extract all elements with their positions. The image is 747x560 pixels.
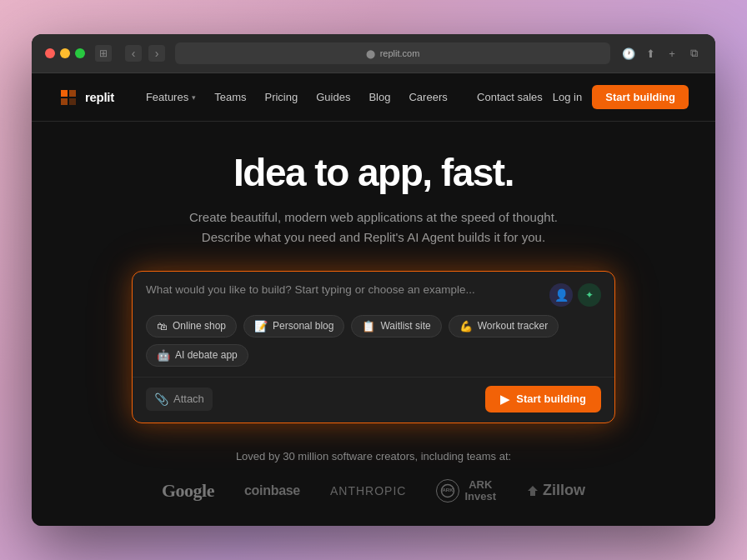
browser-right-controls: 🕐 ⬆ + ⧉ [620, 45, 702, 62]
sidebar-icon[interactable]: ⊞ [95, 45, 112, 62]
zillow-logo: Zillow [526, 482, 585, 499]
anthropic-logo: ANTHROPIC [330, 484, 406, 498]
ark-invest-label: ARKInvest [464, 479, 496, 503]
svg-rect-0 [61, 90, 68, 97]
nav-careers[interactable]: Careers [400, 88, 455, 107]
svg-rect-3 [69, 98, 76, 105]
build-box-top: What would you like to build? Start typi… [133, 272, 614, 315]
chip-workout-label: Workout tracker [478, 320, 548, 332]
guides-label: Guides [316, 91, 350, 103]
close-button[interactable] [45, 48, 55, 58]
hero-title: Idea to app, fast. [233, 152, 514, 194]
hero-section: Idea to app, fast. Create beautiful, mod… [32, 122, 715, 526]
zillow-icon [526, 484, 539, 498]
traffic-lights [45, 48, 85, 58]
nav-start-building-button[interactable]: Start building [592, 85, 689, 109]
browser-chrome: ⊞ ‹ › ⬤ replit.com 🕐 ⬆ + ⧉ [32, 34, 715, 73]
forward-button[interactable]: › [148, 45, 165, 62]
blog-emoji: 📝 [254, 320, 268, 332]
pricing-label: Pricing [264, 91, 298, 103]
nav-right: Contact sales Log in Start building [477, 85, 689, 109]
nav-features[interactable]: Features ▾ [138, 88, 204, 107]
navigation: replit Features ▾ Teams Pricing Guides B… [32, 73, 715, 122]
hero-subtitle: Create beautiful, modern web application… [173, 208, 574, 248]
back-button[interactable]: ‹ [125, 45, 142, 62]
waitlist-emoji: 📋 [362, 320, 375, 332]
nav-pricing[interactable]: Pricing [256, 88, 306, 107]
ark-circle-icon: ARK [436, 479, 459, 502]
nav-blog[interactable]: Blog [360, 88, 399, 107]
nav-teams[interactable]: Teams [206, 88, 254, 107]
attach-label: Attach [173, 392, 204, 405]
build-input[interactable]: What would you like to build? Start typi… [146, 283, 549, 296]
arrow-right-icon: ▶ [500, 392, 509, 406]
chip-waitlist[interactable]: 📋 Waitlist site [351, 315, 441, 338]
nav-links: Features ▾ Teams Pricing Guides Blog Car… [138, 88, 477, 107]
company-logos: Google coinbase ANTHROPIC ARK ARKInvest [162, 479, 585, 503]
start-building-label: Start building [516, 392, 586, 405]
browser-window: ⊞ ‹ › ⬤ replit.com 🕐 ⬆ + ⧉ [32, 34, 715, 526]
shop-emoji: 🛍 [157, 320, 168, 332]
ark-logo: ARK ARKInvest [436, 479, 496, 503]
svg-text:ARK: ARK [443, 488, 454, 492]
clock-icon[interactable]: 🕐 [620, 45, 637, 62]
svg-rect-1 [69, 90, 76, 97]
chip-personal-blog[interactable]: 📝 Personal blog [243, 315, 344, 338]
teams-label: Teams [214, 91, 246, 103]
login-link[interactable]: Log in [553, 91, 582, 103]
person-icon[interactable]: 👤 [549, 283, 573, 307]
maximize-button[interactable] [75, 48, 85, 58]
paperclip-icon: 📎 [154, 392, 168, 406]
build-chips: 🛍 Online shop 📝 Personal blog 📋 Waitlist… [133, 315, 614, 377]
share-icon[interactable]: ⬆ [642, 45, 659, 62]
svg-rect-2 [61, 98, 68, 105]
blog-label: Blog [368, 91, 390, 103]
chip-workout[interactable]: 💪 Workout tracker [449, 315, 559, 338]
page-content: replit Features ▾ Teams Pricing Guides B… [32, 73, 715, 526]
tabs-icon[interactable]: ⧉ [685, 45, 702, 62]
careers-label: Careers [409, 91, 447, 103]
features-label: Features [146, 91, 188, 103]
minimize-button[interactable] [60, 48, 70, 58]
replit-logo-icon [58, 88, 78, 108]
chip-ai-debate-label: AI debate app [175, 349, 238, 361]
google-logo: Google [162, 480, 214, 502]
workout-emoji: 💪 [459, 320, 473, 332]
zillow-text: Zillow [543, 482, 585, 499]
logo-text: replit [85, 90, 114, 104]
chip-online-shop-label: Online shop [173, 320, 226, 332]
contact-sales-link[interactable]: Contact sales [477, 91, 543, 103]
chip-waitlist-label: Waitlist site [380, 320, 430, 332]
url-text: replit.com [380, 48, 420, 58]
logo[interactable]: replit [58, 88, 114, 108]
chip-personal-blog-label: Personal blog [273, 320, 333, 332]
build-box-icons: 👤 ✦ [549, 283, 601, 307]
attach-button[interactable]: 📎 Attach [146, 388, 213, 411]
build-box-bottom: 📎 Attach ▶ Start building [133, 377, 614, 422]
start-building-button[interactable]: ▶ Start building [485, 386, 601, 412]
social-proof: Loved by 30 million software creators, i… [162, 450, 585, 503]
chevron-down-icon: ▾ [192, 93, 196, 102]
chip-online-shop[interactable]: 🛍 Online shop [146, 315, 237, 338]
ai-debate-emoji: 🤖 [157, 349, 170, 362]
ai-icon[interactable]: ✦ [578, 283, 601, 307]
half-moon-icon: ⬤ [366, 49, 375, 58]
nav-guides[interactable]: Guides [308, 88, 358, 107]
coinbase-logo: coinbase [244, 483, 300, 498]
chip-ai-debate[interactable]: 🤖 AI debate app [146, 344, 248, 367]
build-box: What would you like to build? Start typi… [132, 271, 615, 423]
address-bar[interactable]: ⬤ replit.com [175, 42, 610, 64]
browser-nav-controls: ‹ › [125, 45, 165, 62]
add-tab-icon[interactable]: + [664, 45, 680, 62]
social-proof-text: Loved by 30 million software creators, i… [162, 450, 585, 462]
